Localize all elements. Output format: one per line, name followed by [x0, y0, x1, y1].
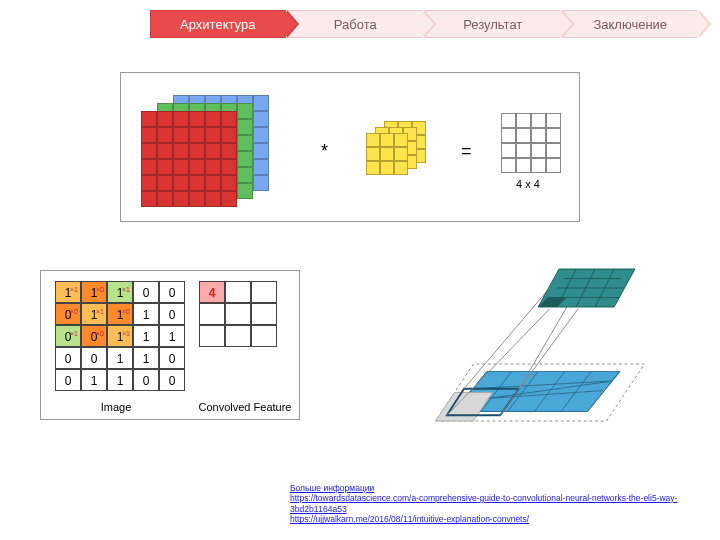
feature-label: Convolved Feature [191, 401, 299, 413]
output-plane [538, 269, 635, 307]
figure-feature-map-projection [410, 250, 670, 440]
input-plane [436, 364, 645, 421]
image-label: Image [41, 401, 191, 413]
kernel-layer [366, 133, 408, 175]
channel-red [141, 111, 237, 207]
nav-label: Работа [334, 17, 377, 32]
footer-title: Больше информации [290, 483, 374, 493]
convolved-feature: 4 [199, 281, 289, 347]
convolved-grid: 4 [199, 281, 289, 347]
nav-tab-conclusion[interactable]: Заключение [563, 10, 699, 38]
output-size-label: 4 x 4 [516, 178, 540, 190]
output-grid [501, 113, 561, 173]
breadcrumb-nav: Архитектура Работа Результат Заключение [150, 10, 700, 38]
equals-operator: = [461, 141, 472, 162]
footer-link[interactable]: https://towardsdatascience.com/a-compreh… [290, 493, 690, 514]
nav-label: Архитектура [180, 17, 255, 32]
nav-tab-result[interactable]: Результат [425, 10, 561, 38]
figure-rgb-convolution: * = 4 x 4 [120, 72, 580, 222]
convolution-operator: * [321, 141, 328, 162]
nav-tab-work[interactable]: Работа [288, 10, 424, 38]
footer-link[interactable]: https://ujjwalkarn.me/2016/08/11/intuiti… [290, 514, 690, 525]
nav-label: Заключение [593, 17, 667, 32]
footer-links: Больше информации https://towardsdatasci… [290, 483, 690, 526]
rgb-stack [141, 95, 281, 205]
figure-sliding-kernel: 1×11×01×1000×01×11×0100×10×01×1110011001… [40, 270, 300, 420]
figure-labels: Image Convolved Feature [41, 401, 299, 413]
nav-label: Результат [463, 17, 522, 32]
kernel-stack [366, 121, 436, 181]
nav-tab-architecture[interactable]: Архитектура [150, 10, 286, 38]
